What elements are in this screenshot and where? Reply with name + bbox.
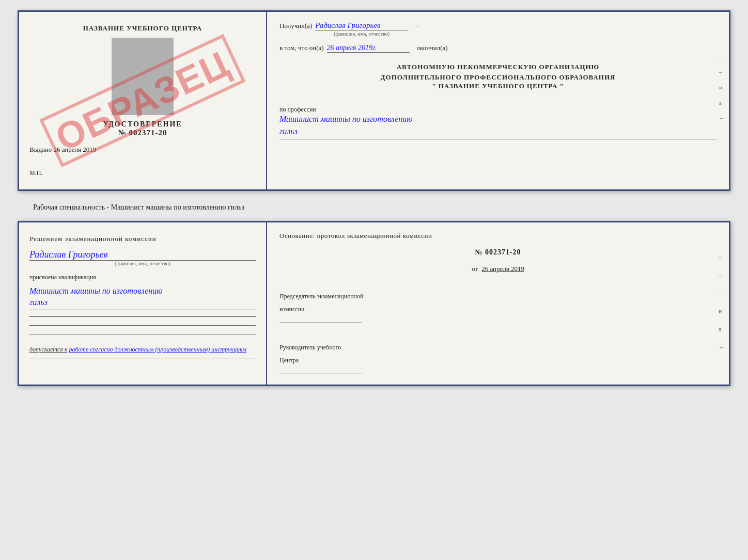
bl-admit-value: работе согласно должностным (производств… xyxy=(69,346,246,353)
profession-value2: гильз xyxy=(279,126,716,139)
basis-label: Основание: протокол экзаменационной коми… xyxy=(279,232,716,240)
bl-qualification-value2: гильз xyxy=(29,297,256,310)
bl-qualification-value: Машинист машины по изготовлению xyxy=(29,285,256,297)
cert-stamp: М.П. xyxy=(29,169,256,177)
chairman-line1: Председатель экзаменационной xyxy=(279,293,716,300)
org-name: " НАЗВАНИЕ УЧЕБНОГО ЦЕНТРА " xyxy=(279,82,716,90)
director-line2: Центра xyxy=(279,357,716,364)
dash-r2: – xyxy=(719,271,725,279)
top-doc-right: Получил(а) Радислав Григорьев (фамилия, … xyxy=(267,12,729,189)
arrow-left: ← xyxy=(719,115,725,121)
org-block: АВТОНОМНУЮ НЕКОММЕРЧЕСКУЮ ОРГАНИЗАЦИЮ ДО… xyxy=(279,62,716,90)
bl-qualification-block: Машинист машины по изготовлению гильз xyxy=(29,285,256,310)
inthat-date: 26 апреля 2019г. xyxy=(327,44,410,53)
letter-a-2: а xyxy=(719,326,725,333)
bl-name-value: Радислав Григорьев xyxy=(29,249,256,261)
bottom-document: Решением экзаменационной комиссии Радисл… xyxy=(18,221,730,386)
date-value: 26 апреля 2019 xyxy=(481,265,524,273)
dash-after-name: – xyxy=(415,22,419,30)
bottom-doc-right: Основание: протокол экзаменационной коми… xyxy=(267,222,729,385)
bottom-doc-left: Решением экзаменационной комиссии Радисл… xyxy=(19,222,267,385)
dash-1: – xyxy=(719,53,725,59)
cert-label: УДОСТОВЕРЕНИЕ xyxy=(29,120,256,129)
director-block: Руководитель учебного Центра xyxy=(279,339,716,375)
finished-label: окончил(а) xyxy=(417,44,448,52)
protocol-number: № 002371-20 xyxy=(279,248,716,257)
issued-date: 26 апреля 2019 xyxy=(54,146,97,153)
bl-admit-block: допускается к работе согласно должностны… xyxy=(29,346,256,354)
cert-center: УДОСТОВЕРЕНИЕ № 002371-20 xyxy=(29,120,256,137)
right-side-marks: – – и а ← xyxy=(719,53,725,121)
profession-value: Машинист машины по изготовлению xyxy=(279,114,716,125)
received-sub: (фамилия, имя, отчество) xyxy=(315,31,408,37)
top-left-title: НАЗВАНИЕ УЧЕБНОГО ЦЕНТРА xyxy=(29,24,256,33)
dash-r1: – xyxy=(719,253,725,261)
bl-name-sub: (фамилия, имя, отчество) xyxy=(29,261,256,266)
inthat-label: в том, что он(а) xyxy=(279,44,324,52)
chairman-sig-line xyxy=(279,323,362,323)
bl-assigned-label: присвоена квалификация xyxy=(29,274,256,281)
director-sig-line xyxy=(279,374,362,374)
letter-a: а xyxy=(719,100,725,106)
chairman-line2: комиссии xyxy=(279,306,716,313)
right-side-marks-2: – – – и а ← xyxy=(719,253,725,351)
number-label: № xyxy=(475,248,482,256)
org-line1: АВТОНОМНУЮ НЕКОММЕРЧЕСКУЮ ОРГАНИЗАЦИЮ xyxy=(279,62,716,72)
letter-i-2: и xyxy=(719,308,725,315)
letter-i: и xyxy=(719,84,725,90)
profession-block: по профессии Машинист машины по изготовл… xyxy=(279,101,716,139)
bl-line4 xyxy=(29,359,256,359)
issued-label: Выдано xyxy=(29,146,52,153)
bl-line1 xyxy=(29,316,256,317)
top-document: НАЗВАНИЕ УЧЕБНОГО ЦЕНТРА УДОСТОВЕРЕНИЕ №… xyxy=(18,10,730,191)
bl-name-block: Радислав Григорьев (фамилия, имя, отчест… xyxy=(29,249,256,266)
protocol-date: от 26 апреля 2019 xyxy=(279,265,716,273)
subtitle-label: Рабочая специальность - Машинист машины … xyxy=(18,199,730,213)
received-row: Получил(а) Радислав Григорьев (фамилия, … xyxy=(279,21,716,37)
bl-admit-label: допускается к xyxy=(29,346,67,353)
director-line1: Руководитель учебного xyxy=(279,344,716,351)
bl-line3 xyxy=(29,334,256,334)
profession-label: по профессии xyxy=(279,106,716,114)
received-label: Получил(а) xyxy=(279,22,312,30)
number-value: 002371-20 xyxy=(485,248,521,256)
arrow-left-2: ← xyxy=(719,344,725,351)
chairman-block: Председатель экзаменационной комиссии xyxy=(279,287,716,324)
org-line2: ДОПОЛНИТЕЛЬНОГО ПРОФЕССИОНАЛЬНОГО ОБРАЗО… xyxy=(279,72,716,83)
bl-line2 xyxy=(29,325,256,326)
date-prefix: от xyxy=(472,265,478,273)
dash-2: – xyxy=(719,69,725,75)
received-value: Радислав Григорьев xyxy=(315,21,408,30)
photo-placeholder xyxy=(112,38,174,115)
dash-r3: – xyxy=(719,290,725,297)
inthat-row: в том, что он(а) 26 апреля 2019г. окончи… xyxy=(279,44,716,53)
cert-issued: Выдано 26 апреля 2019 xyxy=(29,146,256,154)
cert-number: № 002371-20 xyxy=(29,129,256,137)
top-doc-left: НАЗВАНИЕ УЧЕБНОГО ЦЕНТРА УДОСТОВЕРЕНИЕ №… xyxy=(19,12,267,189)
decision-label: Решением экзаменационной комиссии xyxy=(29,235,256,243)
